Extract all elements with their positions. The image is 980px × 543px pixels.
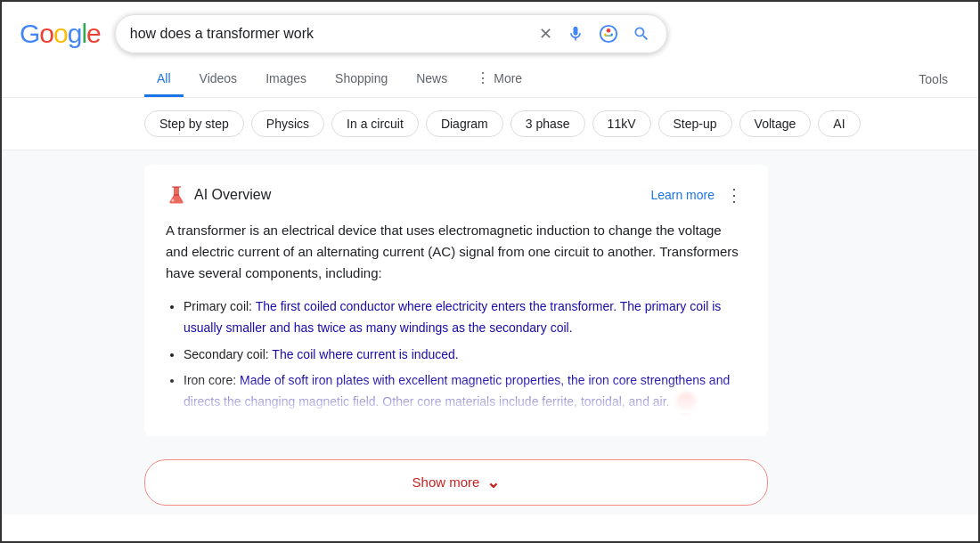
list-item-label-primary: Primary coil: xyxy=(184,299,252,313)
list-item-desc-iron: Made of soft iron plates with excellent … xyxy=(184,373,730,409)
logo-g: G xyxy=(20,19,39,49)
header: G o o g l e ✕ xyxy=(2,2,978,53)
tab-shopping[interactable]: Shopping xyxy=(323,62,400,97)
list-item-desc-primary: The first coiled conductor where electri… xyxy=(184,299,721,335)
ai-overview-title: AI Overview xyxy=(166,184,271,206)
search-icon xyxy=(633,25,650,43)
ai-overview-header: AI Overview Learn more ⋮ xyxy=(166,182,747,207)
tab-images[interactable]: Images xyxy=(253,62,319,97)
chip-3-phase[interactable]: 3 phase xyxy=(510,110,585,137)
ai-list: Primary coil: The first coiled conductor… xyxy=(166,296,747,413)
list-item: Iron core: Made of soft iron plates with… xyxy=(184,370,747,413)
list-item: Secondary coil: The coil where current i… xyxy=(184,344,747,366)
ai-overview-card: AI Overview Learn more ⋮ A transformer i… xyxy=(144,165,768,436)
list-item-label-iron: Iron core: xyxy=(184,373,236,387)
list-item-desc-secondary: The coil where current is induced. xyxy=(272,347,458,361)
search-bar: ✕ xyxy=(115,14,667,53)
chip-voltage[interactable]: Voltage xyxy=(739,110,812,137)
chip-physics[interactable]: Physics xyxy=(251,110,324,137)
list-item-label-secondary: Secondary coil: xyxy=(184,347,269,361)
logo-g2: g xyxy=(68,19,82,49)
svg-point-4 xyxy=(172,199,175,202)
chip-in-a-circuit[interactable]: In a circuit xyxy=(331,110,419,137)
tab-more[interactable]: ⋮ More xyxy=(463,61,535,98)
mic-icon xyxy=(567,25,584,43)
show-more-button[interactable]: Show more ⌄ xyxy=(144,459,768,506)
clear-icon: ✕ xyxy=(539,24,552,44)
svg-point-0 xyxy=(600,26,617,42)
clear-button[interactable]: ✕ xyxy=(537,22,554,45)
content-area: AI Overview Learn more ⋮ A transformer i… xyxy=(2,150,978,450)
blur-overlay xyxy=(676,393,696,412)
chevron-down-icon: ⌄ xyxy=(486,473,500,492)
tools-button[interactable]: Tools xyxy=(906,63,960,95)
flask-icon xyxy=(166,184,187,206)
chip-step-by-step[interactable]: Step by step xyxy=(144,110,244,137)
search-icons: ✕ xyxy=(537,22,652,45)
list-item: Primary coil: The first coiled conductor… xyxy=(184,296,747,339)
chip-ai[interactable]: AI xyxy=(818,110,860,137)
search-input[interactable] xyxy=(130,26,528,42)
svg-point-3 xyxy=(610,34,613,36)
show-more-section: Show more ⌄ xyxy=(2,450,978,515)
chip-step-up[interactable]: Step-up xyxy=(658,110,732,137)
logo-o1: o xyxy=(39,19,53,49)
svg-point-2 xyxy=(604,34,607,36)
lens-button[interactable] xyxy=(597,22,620,45)
lens-icon xyxy=(599,24,618,44)
svg-point-1 xyxy=(606,28,610,33)
tab-videos[interactable]: Videos xyxy=(187,62,250,97)
ai-options-button[interactable]: ⋮ xyxy=(722,182,747,207)
chips-row: Step by step Physics In a circuit Diagra… xyxy=(2,98,978,150)
mic-button[interactable] xyxy=(565,23,586,45)
ai-list-container: Primary coil: The first coiled conductor… xyxy=(166,296,747,413)
chip-11kv[interactable]: 11kV xyxy=(592,110,651,137)
search-submit-button[interactable] xyxy=(631,23,652,45)
tab-all[interactable]: All xyxy=(144,62,184,97)
ai-header-right: Learn more ⋮ xyxy=(650,182,747,207)
nav-tabs: All Videos Images Shopping News ⋮ More T… xyxy=(2,53,978,98)
logo-e: e xyxy=(86,19,101,49)
chip-diagram[interactable]: Diagram xyxy=(426,110,503,137)
ai-body-text: A transformer is an electrical device th… xyxy=(166,220,747,284)
more-dots-icon: ⋮ xyxy=(476,69,490,86)
tab-news[interactable]: News xyxy=(404,62,460,97)
logo-o2: o xyxy=(53,19,68,49)
learn-more-link[interactable]: Learn more xyxy=(650,188,715,202)
google-logo: G o o g l e xyxy=(20,19,101,49)
